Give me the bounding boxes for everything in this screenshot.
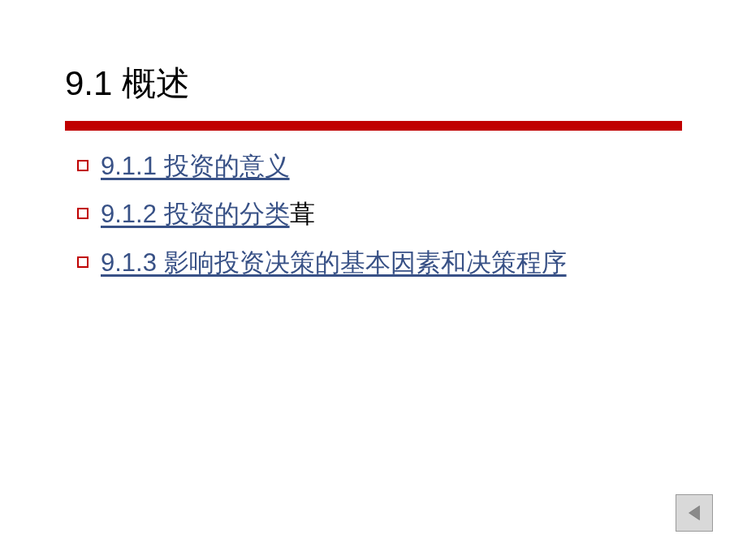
item-link[interactable]: 9.1.2 投资的分类 bbox=[101, 200, 290, 228]
item-text: 9.1.3 影响投资决策的基本因素和决策程序 bbox=[101, 245, 567, 280]
bullet-icon bbox=[77, 160, 89, 171]
title-divider bbox=[65, 121, 682, 131]
item-text: 9.1.1 投资的意义 bbox=[101, 149, 290, 183]
list-item: 9.1.2 投资的分类葺 bbox=[77, 196, 682, 231]
previous-button[interactable] bbox=[676, 494, 713, 532]
list-item: 9.1.3 影响投资决策的基本因素和决策程序 bbox=[77, 245, 682, 280]
item-list: 9.1.1 投资的意义 9.1.2 投资的分类葺 9.1.3 影响投资决策的基本… bbox=[65, 149, 682, 280]
item-link[interactable]: 9.1.1 投资的意义 bbox=[101, 152, 290, 180]
item-suffix: 葺 bbox=[290, 200, 315, 228]
item-link[interactable]: 9.1.3 影响投资决策的基本因素和决策程序 bbox=[101, 248, 567, 277]
list-item: 9.1.1 投资的意义 bbox=[77, 149, 682, 183]
previous-arrow-icon bbox=[684, 502, 705, 523]
bullet-icon bbox=[77, 256, 89, 268]
bullet-icon bbox=[77, 208, 89, 219]
slide-container: 9.1 概述 9.1.1 投资的意义 9.1.2 投资的分类葺 9.1.3 影响… bbox=[0, 0, 747, 560]
slide-title: 9.1 概述 bbox=[65, 61, 682, 106]
item-text: 9.1.2 投资的分类葺 bbox=[101, 196, 315, 231]
